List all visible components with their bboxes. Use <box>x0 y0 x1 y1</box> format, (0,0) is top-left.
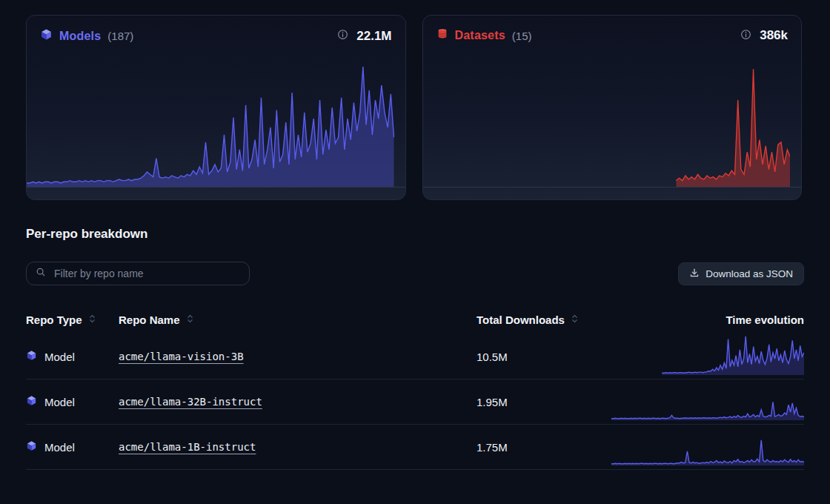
total-downloads-header-label: Total Downloads <box>477 314 565 326</box>
info-icon[interactable] <box>337 29 348 43</box>
repo-name-cell: acme/llama-vision-3B <box>119 350 477 363</box>
models-downloads-chart[interactable] <box>27 63 405 188</box>
page-title: Per-repo breakdown <box>26 227 804 242</box>
models-card: Models (187) 22.1M <box>26 15 406 200</box>
repo-filter[interactable] <box>26 262 250 285</box>
repo-type-cell: Model <box>26 395 119 408</box>
column-header-time-evolution: Time evolution <box>611 314 804 326</box>
repo-link[interactable]: acme/llama-32B-instruct <box>119 396 262 408</box>
datasets-total-value: 386k <box>760 28 788 43</box>
datasets-card-count: (15) <box>512 30 532 42</box>
search-icon <box>36 267 46 280</box>
models-card-header: Models (187) 22.1M <box>27 16 405 44</box>
repo-type-label: Model <box>44 441 75 454</box>
repo-type-header-label: Repo Type <box>26 314 82 326</box>
dataset-database-icon <box>436 28 448 43</box>
repo-type-cell: Model <box>26 440 119 454</box>
table-header-row: Repo Type Repo Name Total Downloads Time… <box>26 305 804 334</box>
total-downloads-cell: 1.95M <box>477 396 611 408</box>
datasets-card-header: Datasets (15) 386k <box>423 16 802 43</box>
column-header-total-downloads[interactable]: Total Downloads <box>477 314 611 326</box>
models-card-count: (187) <box>107 30 133 42</box>
model-cube-icon <box>40 28 53 44</box>
datasets-card: Datasets (15) 386k <box>422 15 803 200</box>
total-downloads-cell: 10.5M <box>477 351 611 363</box>
repo-type-cell: Model <box>26 350 119 363</box>
models-total-value: 22.1M <box>356 29 391 44</box>
repo-sparkline-chart[interactable] <box>611 334 804 375</box>
repo-type-label: Model <box>44 396 75 408</box>
total-downloads-cell: 1.75M <box>477 441 611 454</box>
datasets-downloads-chart[interactable] <box>423 63 802 188</box>
info-icon[interactable] <box>740 29 751 43</box>
table-controls: Download as JSON <box>26 262 804 285</box>
datasets-card-title: Datasets <box>455 29 505 42</box>
download-json-button[interactable]: Download as JSON <box>678 262 804 285</box>
repo-filter-input[interactable] <box>53 267 240 280</box>
repo-type-label: Model <box>44 351 75 363</box>
column-header-repo-type[interactable]: Repo Type <box>26 314 119 326</box>
summary-cards: Models (187) 22.1M Datasets (15) <box>0 0 830 200</box>
repo-sparkline-chart[interactable] <box>611 379 804 420</box>
time-evolution-cell <box>611 425 804 469</box>
time-evolution-header-label: Time evolution <box>726 314 804 326</box>
repo-name-cell: acme/llama-1B-instruct <box>119 440 477 454</box>
download-icon <box>689 268 700 280</box>
repo-name-cell: acme/llama-32B-instruct <box>119 395 477 408</box>
per-repo-table: Repo Type Repo Name Total Downloads Time… <box>26 305 804 470</box>
analytics-page: Models (187) 22.1M Datasets (15) <box>0 0 830 470</box>
sort-icon[interactable] <box>571 314 578 326</box>
models-card-title: Models <box>59 30 101 43</box>
download-json-label: Download as JSON <box>706 268 793 279</box>
time-evolution-cell <box>611 334 804 379</box>
repo-sparkline-chart[interactable] <box>611 425 804 465</box>
table-row: Model acme/llama-32B-instruct 1.95M <box>26 379 804 425</box>
sort-icon[interactable] <box>187 314 193 326</box>
sort-icon[interactable] <box>89 314 96 326</box>
repo-name-header-label: Repo Name <box>119 314 180 326</box>
model-cube-icon <box>26 395 37 408</box>
model-cube-icon <box>26 350 37 363</box>
repo-link[interactable]: acme/llama-vision-3B <box>119 351 244 362</box>
table-row: Model acme/llama-vision-3B 10.5M <box>26 334 804 379</box>
repo-link[interactable]: acme/llama-1B-instruct <box>119 441 256 453</box>
time-evolution-cell <box>611 379 804 424</box>
column-header-repo-name[interactable]: Repo Name <box>119 314 477 326</box>
table-row: Model acme/llama-1B-instruct 1.75M <box>26 425 804 470</box>
model-cube-icon <box>26 440 37 454</box>
